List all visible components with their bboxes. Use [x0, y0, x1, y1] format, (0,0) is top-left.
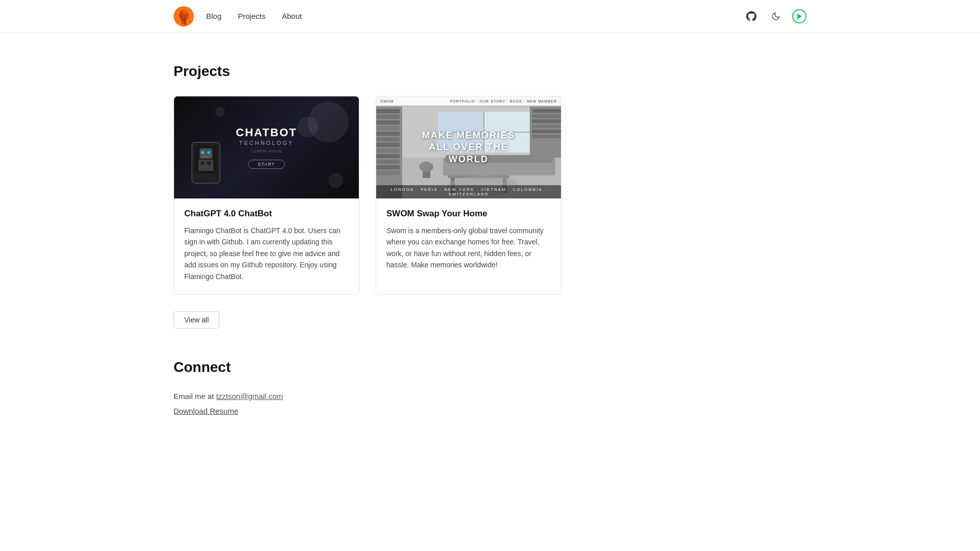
navbar: Blog Projects About: [0, 0, 980, 33]
svg-rect-24: [376, 165, 400, 169]
nav-icon-group: [743, 8, 806, 24]
svg-rect-19: [376, 137, 400, 141]
project-card-chatbot[interactable]: CHATBOT TECHNOLOGY LOREM IPSUM START Cha…: [174, 96, 359, 295]
svg-rect-11: [201, 162, 205, 165]
swom-card-desc: Swom is a members-only global travel com…: [386, 225, 551, 271]
swom-card-content: SWOM Swap Your Home Swom is a members-on…: [376, 198, 561, 283]
svg-point-8: [207, 151, 210, 154]
github-icon[interactable]: [743, 8, 760, 24]
svg-rect-36: [532, 130, 561, 133]
svg-rect-18: [376, 132, 400, 136]
site-logo[interactable]: [174, 6, 194, 27]
svg-point-2: [182, 10, 187, 15]
swom-overlay-text: MAKE MEMORIESALL OVER THEWORLD: [422, 130, 515, 165]
svg-marker-3: [797, 13, 802, 19]
connect-title: Connect: [174, 359, 806, 375]
main-content: Projects: [0, 33, 980, 446]
svg-point-7: [201, 151, 204, 154]
chatbot-image: CHATBOT TECHNOLOGY LOREM IPSUM START: [174, 96, 359, 198]
svg-rect-15: [376, 115, 400, 119]
svg-rect-22: [376, 154, 400, 158]
svg-rect-23: [376, 160, 400, 164]
project-card-swom[interactable]: SWOM PORTFOLIO · OUR STORY · BOOK · NEW …: [376, 96, 561, 295]
svg-rect-33: [532, 114, 561, 118]
swom-image: SWOM PORTFOLIO · OUR STORY · BOOK · NEW …: [376, 96, 561, 198]
nav-about[interactable]: About: [282, 12, 302, 20]
connect-section: Connect Email me at tzztson@gmail.com Do…: [174, 359, 806, 415]
connect-email-text: Email me at tzztson@gmail.com: [174, 392, 806, 400]
svg-rect-9: [202, 156, 209, 157]
nav-blog[interactable]: Blog: [206, 12, 222, 20]
svg-rect-12: [207, 162, 211, 165]
svg-rect-20: [376, 143, 400, 147]
chatbot-card-desc: Flamingo ChatBot is ChatGPT 4.0 bot. Use…: [184, 225, 349, 282]
svg-rect-14: [376, 109, 400, 113]
projects-grid: CHATBOT TECHNOLOGY LOREM IPSUM START Cha…: [174, 96, 561, 295]
dark-mode-icon[interactable]: [768, 8, 784, 24]
nav-links: Blog Projects About: [206, 12, 743, 20]
svg-rect-17: [376, 126, 400, 130]
swom-location-bar: LONDON · PARIS · NEW YORK · VIETNAM · CO…: [376, 185, 561, 198]
chatbot-image-title: CHATBOT: [236, 126, 297, 139]
svg-rect-32: [532, 109, 561, 113]
projects-section: Projects: [174, 63, 806, 359]
svg-rect-16: [376, 120, 400, 124]
svg-rect-35: [532, 124, 561, 128]
view-all-button[interactable]: View all: [174, 311, 219, 329]
email-link[interactable]: tzztson@gmail.com: [216, 392, 283, 400]
chatbot-card-content: ChatGPT 4.0 ChatBot Flamingo ChatBot is …: [174, 198, 359, 294]
chatbot-card-title: ChatGPT 4.0 ChatBot: [184, 209, 349, 219]
chatbot-image-sub: TECHNOLOGY: [236, 140, 297, 146]
play-icon[interactable]: [792, 9, 806, 23]
svg-rect-34: [532, 119, 561, 123]
svg-rect-10: [199, 160, 213, 171]
projects-title: Projects: [174, 63, 806, 80]
svg-rect-25: [376, 171, 400, 175]
swom-top-bar: SWOM PORTFOLIO · OUR STORY · BOOK · NEW …: [376, 96, 561, 106]
svg-rect-37: [532, 135, 561, 138]
nav-projects[interactable]: Projects: [238, 12, 265, 20]
svg-rect-21: [376, 148, 400, 153]
swom-card-title: SWOM Swap Your Home: [386, 209, 551, 219]
download-resume-link[interactable]: Download Resume: [174, 407, 806, 415]
